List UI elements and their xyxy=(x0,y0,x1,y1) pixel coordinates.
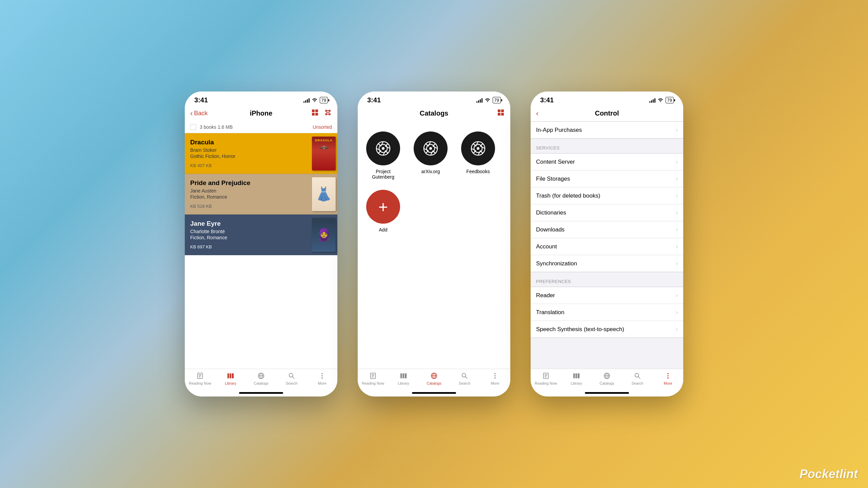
book-item-pride[interactable]: Pride and Prejudice Jane Austen Fiction,… xyxy=(185,174,337,215)
book-item-dracula[interactable]: Dracula Bram Stoker Gothic Fiction, Horr… xyxy=(185,133,337,174)
catalogs-grid-button[interactable] xyxy=(497,108,505,119)
search-icon-1 xyxy=(287,372,296,380)
search-icon-2 xyxy=(460,372,469,380)
tab-label-library-3: Library xyxy=(571,381,582,385)
catalog-item-gutenberg[interactable]: ProjectGutenberg xyxy=(364,131,402,180)
control-back-button[interactable]: ‹ xyxy=(536,109,538,118)
svg-line-19 xyxy=(293,377,295,379)
dictionaries-chevron: › xyxy=(676,209,678,216)
catalog-icon-feedbooks xyxy=(461,131,495,165)
search-icon-3 xyxy=(633,372,642,380)
book-size-pride: KB 518 KB xyxy=(190,204,305,209)
book-genre-dracula: Gothic Fiction, Horror xyxy=(190,154,305,159)
file-storages-label: File Storages xyxy=(536,176,570,182)
back-label[interactable]: Back xyxy=(194,110,208,117)
screen-control: ‹ Control In-App Purchases › SERVICES Co… xyxy=(531,107,683,396)
catalog-item-arxiv[interactable]: arXiv.org xyxy=(412,131,449,180)
library-icon-3 xyxy=(572,372,581,380)
tab-more-3[interactable]: More xyxy=(653,372,683,385)
synchronization-chevron: › xyxy=(676,260,678,267)
svg-point-73 xyxy=(494,375,496,377)
catalog-item-add[interactable]: + Add xyxy=(364,190,402,232)
grid-icon-library[interactable] xyxy=(311,108,319,119)
settings-item-reader[interactable]: Reader › xyxy=(531,287,683,304)
books-meta-left: 3 books 1.6 MB xyxy=(190,124,233,130)
tab-label-library-2: Library xyxy=(398,381,409,385)
more-icon-1 xyxy=(317,372,327,380)
reading-now-icon-3 xyxy=(541,372,551,380)
book-item-jane[interactable]: Jane Eyre Charlotte Brontë Fiction, Roma… xyxy=(185,215,337,255)
settings-item-file-storages[interactable]: File Storages › xyxy=(531,170,683,187)
settings-item-in-app-purchases[interactable]: In-App Purchases › xyxy=(531,122,683,138)
settings-item-dictionaries[interactable]: Dictionaries › xyxy=(531,204,683,221)
status-time-3: 3:41 xyxy=(540,96,554,104)
tab-more-1[interactable]: More xyxy=(307,372,337,385)
battery-icon-3: 79 xyxy=(666,97,674,103)
catalogs-icon-2 xyxy=(429,372,439,380)
tab-library-1[interactable]: Library xyxy=(215,372,246,385)
pocketlint-watermark: Pocketlint xyxy=(800,467,858,481)
speech-synthesis-chevron: › xyxy=(676,326,678,333)
tab-search-1[interactable]: Search xyxy=(276,372,307,385)
settings-section-services: SERVICES Content Server › File Storages … xyxy=(531,139,683,272)
battery-icon-1: 79 xyxy=(320,97,328,103)
catalog-icon-gutenberg xyxy=(366,131,400,165)
svg-line-86 xyxy=(638,377,640,379)
tab-label-search-1: Search xyxy=(286,381,298,385)
settings-item-account[interactable]: Account › xyxy=(531,238,683,255)
catalog-label-arxiv: arXiv.org xyxy=(421,169,440,174)
signal-icon-1 xyxy=(303,98,310,103)
status-time-2: 3:41 xyxy=(367,96,381,104)
books-list: Dracula Bram Stoker Gothic Fiction, Horr… xyxy=(185,133,337,369)
svg-rect-23 xyxy=(498,109,500,112)
svg-rect-24 xyxy=(501,109,504,112)
svg-rect-12 xyxy=(228,373,229,379)
tab-library-2[interactable]: Library xyxy=(388,372,419,385)
tab-label-more-3: More xyxy=(664,381,672,385)
settings-item-trash[interactable]: Trash (for deleted books) › xyxy=(531,187,683,204)
svg-point-70 xyxy=(462,373,466,377)
status-bar-3: 3:41 79 xyxy=(531,92,683,107)
tab-reading-now-2[interactable]: Reading Now xyxy=(358,372,388,385)
tab-reading-now-1[interactable]: Reading Now xyxy=(185,372,215,385)
content-server-label: Content Server xyxy=(536,159,575,165)
catalog-label-add: Add xyxy=(379,227,388,232)
speech-synthesis-label: Speech Synthesis (text-to-speech) xyxy=(536,326,624,333)
svg-point-40 xyxy=(429,147,432,150)
tab-catalogs-1[interactable]: Catalogs xyxy=(246,372,276,385)
tab-search-2[interactable]: Search xyxy=(449,372,480,385)
book-title-jane: Jane Eyre xyxy=(190,220,305,227)
tab-bar-3: Reading Now Library Catalogs Search xyxy=(531,369,683,392)
tab-reading-now-3[interactable]: Reading Now xyxy=(531,372,561,385)
settings-item-translation[interactable]: Translation › xyxy=(531,304,683,321)
status-icons-1: 79 xyxy=(303,97,328,103)
svg-line-71 xyxy=(466,377,468,379)
book-size-jane: KB 697 KB xyxy=(190,244,305,249)
select-all-checkbox[interactable] xyxy=(190,124,196,130)
unsorted-button[interactable]: Unsorted xyxy=(313,124,332,130)
catalog-item-feedbooks[interactable]: Feedbooks xyxy=(459,131,497,180)
signal-icon-2 xyxy=(476,98,482,103)
tab-catalogs-2[interactable]: Catalogs xyxy=(419,372,449,385)
add-catalog-button[interactable]: + xyxy=(366,190,400,224)
svg-rect-81 xyxy=(578,373,580,379)
wifi-icon-2 xyxy=(485,97,491,103)
book-genre-jane: Fiction, Romance xyxy=(190,235,305,240)
back-button-library[interactable]: ‹ Back xyxy=(190,109,208,118)
settings-section-top: In-App Purchases › xyxy=(531,121,683,139)
tab-library-3[interactable]: Library xyxy=(561,372,592,385)
command-icon-library[interactable] xyxy=(324,108,332,119)
settings-item-synchronization[interactable]: Synchronization › xyxy=(531,255,683,272)
tab-catalogs-3[interactable]: Catalogs xyxy=(592,372,622,385)
wifi-icon-1 xyxy=(312,97,318,103)
svg-point-29 xyxy=(382,147,384,150)
tab-search-3[interactable]: Search xyxy=(622,372,653,385)
more-icon-2 xyxy=(490,372,500,380)
tab-more-2[interactable]: More xyxy=(480,372,510,385)
settings-item-content-server[interactable]: Content Server › xyxy=(531,154,683,170)
svg-rect-26 xyxy=(501,113,504,116)
settings-item-speech-synthesis[interactable]: Speech Synthesis (text-to-speech) › xyxy=(531,321,683,338)
settings-item-downloads[interactable]: Downloads › xyxy=(531,221,683,238)
catalogs-grid: ProjectGutenberg xyxy=(358,121,510,369)
svg-rect-25 xyxy=(498,113,500,116)
